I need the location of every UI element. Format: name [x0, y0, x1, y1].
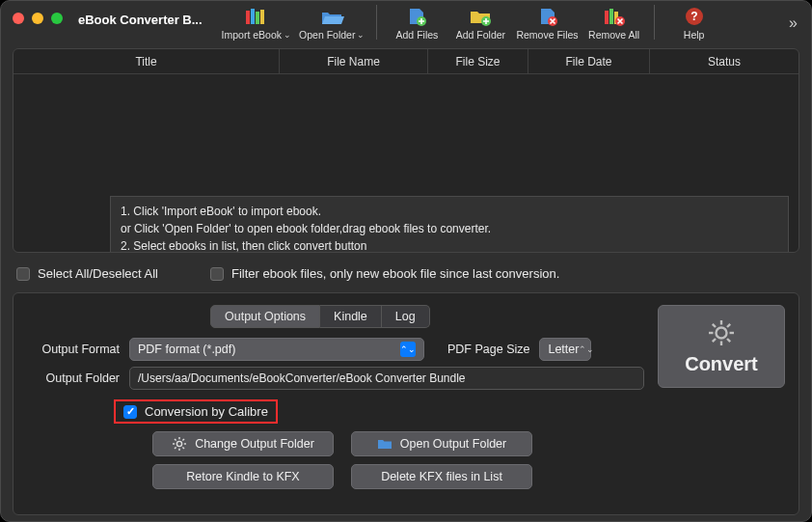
checkbox-icon [210, 267, 224, 281]
window-controls [13, 13, 63, 24]
help-button[interactable]: ? Help [664, 5, 724, 41]
ebook-list-panel: Title File Name File Size File Date Stat… [13, 48, 799, 253]
tab-kindle[interactable]: Kindle [320, 305, 382, 328]
svg-rect-7 [605, 11, 609, 24]
titlebar: eBook Converter B... Import eBook⌄ Open … [1, 1, 811, 41]
option-tabs: Output Options Kindle Log [210, 305, 644, 328]
kfx-button-row: Retore Kindle to KFX Delete KFX files in… [152, 464, 644, 489]
chevron-down-icon: ⌄ [284, 30, 291, 40]
file-remove-icon [535, 7, 560, 26]
convert-column: Convert [658, 305, 785, 497]
folder-button-row: Change Output Folder Open Output Folder [152, 431, 644, 456]
svg-line-18 [175, 439, 176, 441]
svg-line-27 [713, 323, 716, 326]
folder-open-icon [319, 7, 344, 26]
svg-point-22 [717, 327, 727, 338]
output-folder-field[interactable]: /Users/aa/Documents/eBookConverter/eBook… [129, 367, 644, 390]
zoom-window[interactable] [51, 13, 63, 24]
calibre-highlight: Conversion by Calibre [114, 399, 278, 424]
bottom-panel: Output Options Kindle Log Output Format … [13, 292, 799, 515]
col-title[interactable]: Title [14, 49, 280, 73]
checkbox-label: Conversion by Calibre [145, 404, 268, 419]
hint-overlay: 1. Click 'Import eBook' to import ebook.… [110, 196, 789, 253]
output-folder-label: Output Folder [27, 371, 120, 385]
app-title: eBook Converter B... [78, 13, 203, 27]
open-output-folder-button[interactable]: Open Output Folder [351, 431, 532, 456]
col-file-size[interactable]: File Size [428, 49, 528, 73]
svg-line-20 [175, 447, 176, 449]
tab-output-options[interactable]: Output Options [210, 305, 320, 328]
svg-line-21 [183, 439, 185, 441]
hint-line: 2. Select ebooks in list, then click con… [121, 237, 778, 253]
conversion-by-calibre-checkbox[interactable]: Conversion by Calibre [123, 404, 268, 419]
col-status[interactable]: Status [650, 49, 798, 73]
remove-files-button[interactable]: Remove Files [514, 5, 580, 41]
pdf-page-size-label: PDF Page Size [447, 343, 529, 356]
list-body[interactable]: 1. Click 'Import eBook' to import ebook.… [14, 74, 798, 252]
svg-line-28 [727, 339, 730, 342]
add-files-button[interactable]: Add Files [387, 5, 447, 41]
add-folder-button[interactable]: Add Folder [450, 5, 510, 41]
restore-kindle-button[interactable]: Retore Kindle to KFX [152, 464, 334, 489]
options-column: Output Options Kindle Log Output Format … [27, 305, 644, 497]
output-format-row: Output Format PDF format (*.pdf) ⌃⌄ PDF … [27, 338, 644, 361]
minimize-window[interactable] [32, 13, 43, 24]
books-icon [244, 7, 269, 26]
hint-line: 1. Click 'Import eBook' to import ebook. [121, 203, 778, 220]
svg-rect-0 [246, 11, 250, 24]
select-value: Letter [548, 343, 579, 356]
toolbar-overflow[interactable]: » [789, 14, 798, 32]
delete-kfx-button[interactable]: Delete KFX files in List [351, 464, 532, 489]
pdf-page-size-select[interactable]: Letter ⌃⌄ [539, 338, 591, 361]
toolbar: Import eBook⌄ Open Folder⌄ Add Files [220, 5, 724, 41]
svg-text:?: ? [690, 10, 697, 23]
svg-rect-1 [251, 9, 255, 24]
close-window[interactable] [13, 13, 24, 24]
checkbox-label: Select All/Deselect All [38, 266, 158, 281]
gear-icon [172, 436, 187, 452]
chevron-down-icon: ⌄ [357, 30, 365, 40]
checkbox-checked-icon [123, 405, 137, 419]
hint-line: or Click 'Open Folder' to open ebook fol… [121, 220, 778, 237]
svg-rect-2 [256, 12, 259, 24]
svg-rect-3 [260, 10, 264, 24]
svg-rect-8 [609, 9, 613, 24]
convert-button[interactable]: Convert [658, 305, 785, 388]
list-header: Title File Name File Size File Date Stat… [14, 49, 798, 74]
folder-add-icon [468, 7, 493, 26]
output-format-select[interactable]: PDF format (*.pdf) ⌃⌄ [129, 338, 424, 361]
import-ebook-button[interactable]: Import eBook⌄ [220, 5, 293, 41]
chevron-updown-icon: ⌃⌄ [579, 344, 594, 354]
filter-new-checkbox[interactable]: Filter ebook files, only new ebook file … [210, 266, 559, 281]
output-folder-row: Output Folder /Users/aa/Documents/eBookC… [27, 367, 644, 390]
help-icon: ? [682, 7, 707, 26]
app-window: eBook Converter B... Import eBook⌄ Open … [0, 0, 812, 522]
output-format-label: Output Format [27, 343, 120, 356]
gear-icon [707, 318, 736, 347]
books-remove-icon [602, 7, 627, 26]
svg-line-19 [183, 447, 185, 449]
svg-point-13 [177, 441, 182, 446]
file-add-icon [404, 7, 429, 26]
change-output-folder-button[interactable]: Change Output Folder [152, 431, 334, 456]
chevron-updown-icon: ⌃⌄ [400, 342, 416, 357]
toolbar-separator [654, 5, 655, 40]
remove-all-button[interactable]: Remove All [584, 5, 644, 41]
svg-line-30 [727, 323, 730, 326]
select-value: PDF format (*.pdf) [138, 343, 235, 356]
checkbox-label: Filter ebook files, only new ebook file … [231, 266, 559, 281]
select-all-checkbox[interactable]: Select All/Deselect All [16, 266, 158, 281]
convert-label: Convert [685, 353, 758, 375]
toolbar-separator [376, 5, 377, 40]
col-file-date[interactable]: File Date [528, 49, 650, 73]
tab-log[interactable]: Log [382, 305, 430, 328]
checkbox-icon [16, 267, 30, 281]
svg-line-29 [713, 339, 716, 342]
list-options: Select All/Deselect All Filter ebook fil… [13, 261, 799, 285]
col-file-name[interactable]: File Name [280, 49, 428, 73]
content-area: Title File Name File Size File Date Stat… [1, 41, 811, 522]
open-folder-button[interactable]: Open Folder⌄ [297, 5, 366, 41]
folder-icon [377, 436, 392, 452]
